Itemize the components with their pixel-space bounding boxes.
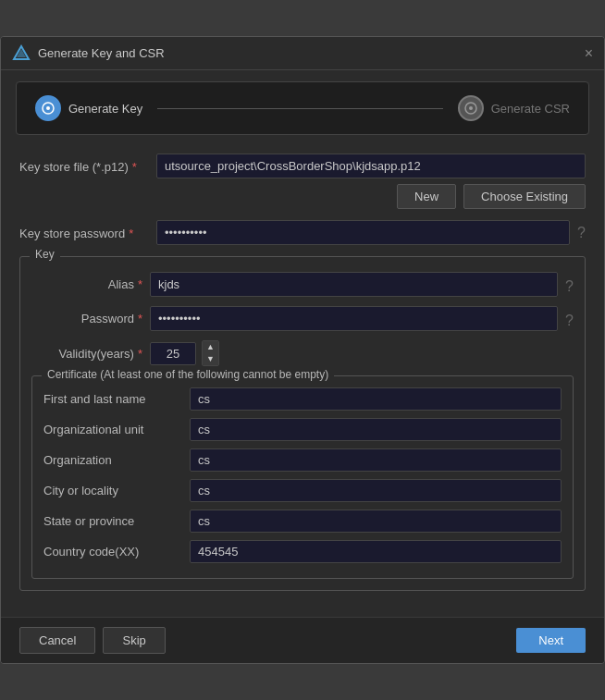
key-password-row: Password* ? <box>31 306 574 331</box>
cert-row: State or province <box>43 510 562 533</box>
key-password-input[interactable] <box>150 306 558 331</box>
keystore-password-row: Key store password* ? <box>19 220 586 245</box>
alias-input[interactable] <box>150 272 558 297</box>
keystore-password-help-icon[interactable]: ? <box>577 220 586 241</box>
keystore-field-group: New Choose Existing <box>156 154 586 209</box>
cert-row: Country code(XX) <box>43 540 562 563</box>
cert-field-label-3: City or locality <box>43 484 182 497</box>
key-section: Key Alias* ? Password* ? Validit <box>19 256 586 591</box>
dialog: Generate Key and CSR × Generate Key Gene… <box>0 36 605 664</box>
step-2-icon <box>463 101 478 116</box>
step-2: Generate CSR <box>458 95 570 121</box>
cancel-button[interactable]: Cancel <box>19 627 95 654</box>
validity-field-group: ▲ ▼ <box>150 340 219 366</box>
alias-row: Alias* ? <box>31 272 574 297</box>
dialog-title: Generate Key and CSR <box>38 46 165 60</box>
cert-field-input-3[interactable] <box>190 479 562 502</box>
step-1-icon <box>41 101 56 116</box>
keystore-password-label: Key store password* <box>19 220 149 240</box>
content-area: Key store file (*.p12)* New Choose Exist… <box>1 146 604 617</box>
cert-field-label-4: State or province <box>43 514 182 528</box>
step-1-label: Generate Key <box>68 102 142 116</box>
key-section-legend: Key <box>30 248 60 261</box>
keystore-btn-row: New Choose Existing <box>156 184 586 209</box>
step-2-circle <box>458 95 484 121</box>
titlebar-left: Generate Key and CSR <box>12 44 165 63</box>
stepper-bar: Generate Key Generate CSR <box>16 81 589 135</box>
cert-field-input-5[interactable] <box>190 540 562 563</box>
validity-row: Validity(years)* ▲ ▼ <box>31 340 574 366</box>
certificate-section: Certificate (At least one of the followi… <box>31 375 574 579</box>
validity-decrement-button[interactable]: ▼ <box>203 353 218 365</box>
certificate-fields: First and last nameOrganizational unitOr… <box>43 387 562 563</box>
choose-existing-button[interactable]: Choose Existing <box>463 184 586 209</box>
validity-input[interactable] <box>150 342 196 365</box>
validity-spinner: ▲ ▼ <box>202 340 219 366</box>
key-password-help-icon[interactable]: ? <box>565 308 574 329</box>
step-1: Generate Key <box>35 95 142 121</box>
close-button[interactable]: × <box>585 46 593 61</box>
validity-label: Validity(years)* <box>31 347 142 361</box>
key-password-label: Password* <box>31 312 142 325</box>
app-icon <box>12 44 31 63</box>
titlebar: Generate Key and CSR × <box>1 37 604 70</box>
cert-field-input-2[interactable] <box>190 448 562 472</box>
cert-field-input-1[interactable] <box>190 418 562 441</box>
keystore-row: Key store file (*.p12)* New Choose Exist… <box>19 154 586 209</box>
alias-label: Alias* <box>31 277 142 291</box>
new-button[interactable]: New <box>397 184 456 209</box>
bottom-bar: Cancel Skip Next <box>1 617 604 663</box>
step-1-circle <box>35 95 61 121</box>
cert-field-label-5: Country code(XX) <box>43 545 182 559</box>
alias-help-icon[interactable]: ? <box>565 274 574 295</box>
validity-increment-button[interactable]: ▲ <box>203 341 218 353</box>
bottom-left-buttons: Cancel Skip <box>19 627 166 654</box>
step-2-label: Generate CSR <box>491 102 570 116</box>
cert-row: First and last name <box>43 387 562 411</box>
next-button[interactable]: Next <box>516 628 586 653</box>
certificate-legend: Certificate (At least one of the followi… <box>42 368 334 381</box>
svg-point-5 <box>469 106 473 110</box>
cert-field-input-0[interactable] <box>190 387 562 411</box>
skip-button[interactable]: Skip <box>103 627 165 654</box>
cert-field-label-2: Organization <box>43 453 182 467</box>
svg-point-3 <box>46 106 50 110</box>
step-line <box>157 108 443 109</box>
cert-field-label-1: Organizational unit <box>43 423 182 436</box>
keystore-label: Key store file (*.p12)* <box>19 154 149 174</box>
keystore-password-input[interactable] <box>156 220 570 245</box>
cert-field-input-4[interactable] <box>190 510 562 533</box>
keystore-input[interactable] <box>156 154 586 178</box>
cert-row: City or locality <box>43 479 562 502</box>
cert-field-label-0: First and last name <box>43 392 182 406</box>
cert-row: Organization <box>43 448 562 472</box>
cert-row: Organizational unit <box>43 418 562 441</box>
